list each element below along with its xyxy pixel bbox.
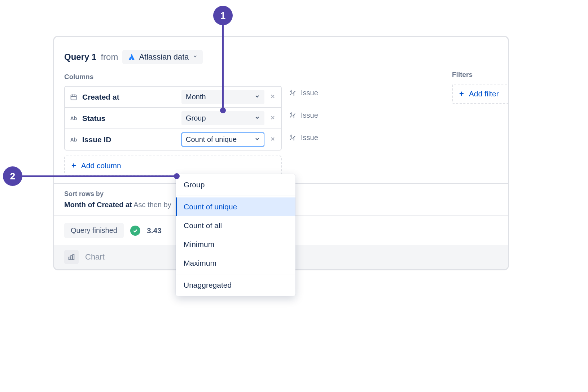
sort-direction: Asc: [133, 201, 145, 209]
entity-text: Issue: [301, 111, 318, 119]
text-type-icon: Ab: [69, 135, 78, 144]
plus-icon: +: [71, 162, 76, 170]
dropdown-option-minimum[interactable]: Minimum: [176, 235, 295, 254]
annotation-dot-2: [174, 173, 180, 179]
aggregation-value: Count of unique: [186, 135, 237, 144]
remove-column-button[interactable]: [269, 135, 277, 144]
dropdown-option-count-all[interactable]: Count of all: [176, 216, 295, 235]
columns-section-label: Columns: [64, 73, 498, 81]
query-title: Query 1: [64, 52, 96, 62]
builder-body: Columns Created at Month: [54, 71, 508, 183]
annotation-number: 1: [220, 10, 225, 21]
columns-list: Created at Month Ab Status Group: [64, 86, 282, 151]
svg-rect-10: [69, 257, 70, 260]
issue-icon: [289, 89, 297, 97]
chevron-down-icon: [254, 93, 260, 101]
text-type-icon: Ab: [69, 114, 78, 123]
entity-label: Issue: [289, 111, 318, 119]
status-text: Query finished: [71, 226, 117, 234]
svg-rect-0: [71, 95, 76, 100]
chevron-down-icon: [193, 54, 198, 60]
success-check-icon: [130, 226, 140, 236]
filters-panel: Filters + Add filter: [452, 71, 509, 104]
sort-primary: Month of Created at: [64, 201, 132, 209]
entity-text: Issue: [301, 89, 318, 97]
dropdown-divider: [176, 274, 295, 274]
entity-label: Issue: [289, 134, 318, 142]
chart-icon[interactable]: [64, 250, 79, 264]
remove-column-button[interactable]: [269, 114, 277, 122]
add-column-label: Add column: [81, 161, 121, 170]
data-source-selector[interactable]: Atlassian data: [122, 50, 202, 64]
aggregation-value: Month: [186, 93, 206, 101]
issue-icon: [289, 112, 297, 119]
aggregation-select-active[interactable]: Count of unique: [181, 132, 264, 147]
atlassian-logo-icon: [127, 53, 135, 61]
annotation-number: 2: [10, 171, 15, 182]
add-filter-label: Add filter: [469, 90, 499, 98]
annotation-dot-1: [220, 108, 226, 113]
calendar-icon: [69, 93, 78, 101]
column-row: Ab Status Group: [65, 108, 281, 129]
data-source-label: Atlassian data: [139, 52, 189, 62]
annotation-callout-1: 1: [213, 6, 233, 25]
chevron-down-icon: [254, 135, 260, 144]
add-filter-button[interactable]: + Add filter: [452, 84, 509, 104]
sort-then-by: then by: [148, 201, 171, 209]
filters-section-label: Filters: [452, 71, 509, 79]
dropdown-divider: [176, 196, 295, 196]
column-name: Status: [82, 114, 177, 123]
status-time: 3.43: [147, 226, 162, 235]
dropdown-option-count-unique[interactable]: Count of unique: [176, 197, 295, 216]
from-label: from: [101, 52, 118, 62]
aggregation-dropdown: Group Count of unique Count of all Minim…: [176, 174, 295, 296]
annotation-line-2: [22, 175, 177, 177]
plus-icon: +: [459, 90, 464, 98]
query-header: Query 1 from Atlassian data: [54, 37, 508, 71]
dropdown-option-maximum[interactable]: Maximum: [176, 254, 295, 273]
svg-rect-11: [71, 256, 72, 260]
column-row: Created at Month: [65, 87, 281, 108]
chart-label: Chart: [85, 252, 105, 262]
aggregation-value: Group: [186, 114, 206, 122]
remove-column-button[interactable]: [269, 93, 277, 101]
chevron-down-icon: [254, 114, 260, 122]
column-name: Created at: [82, 93, 177, 101]
status-pill: Query finished: [64, 223, 124, 238]
issue-icon: [289, 134, 297, 142]
annotation-line-1: [222, 25, 224, 110]
entity-label: Issue: [289, 89, 318, 97]
column-name: Issue ID: [82, 135, 177, 144]
annotation-callout-2: 2: [3, 166, 22, 186]
dropdown-option-unaggregated[interactable]: Unaggregated: [176, 276, 295, 295]
add-column-button[interactable]: + Add column: [64, 156, 282, 176]
dropdown-option-group[interactable]: Group: [176, 175, 295, 194]
svg-rect-12: [73, 254, 74, 260]
entity-text: Issue: [301, 134, 318, 142]
column-row: Ab Issue ID Count of unique: [65, 129, 281, 150]
